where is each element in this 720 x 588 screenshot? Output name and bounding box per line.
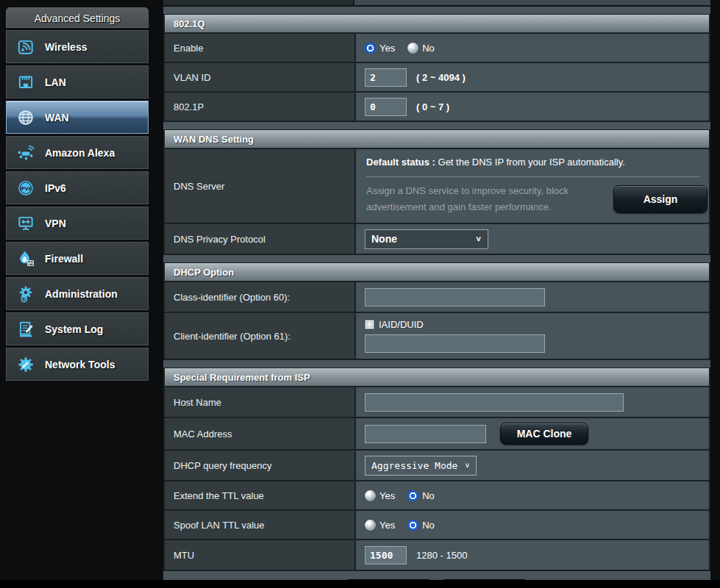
host-name-value-cell	[356, 387, 709, 417]
mtu-row: MTU 1280 - 1500	[165, 540, 709, 570]
mac-address-label: MAC Address	[165, 418, 356, 449]
sidebar-item-label: Firewall	[45, 253, 83, 265]
sidebar-item-label: Network Tools	[45, 359, 115, 370]
spoof-lan-ttl-value-cell: Yes No	[356, 511, 709, 539]
sidebar-item-amazon-alexa[interactable]: Amazon Alexa	[6, 136, 149, 169]
spoof-lan-ttl-row: Spoof LAN TTL value Yes No	[165, 511, 709, 540]
dns-default-status-text: Get the DNS IP from your ISP automatical…	[435, 157, 625, 168]
sidebar-item-ipv6[interactable]: IPV6 IPv6	[6, 171, 149, 204]
extend-ttl-yes-radio[interactable]	[365, 490, 376, 501]
mac-address-row: MAC Address MAC Clone	[165, 418, 709, 451]
panel-wan-dns: WAN DNS Setting DNS Server Default statu…	[163, 129, 710, 255]
8021p-range-hint: ( 0 ~ 7 )	[416, 101, 449, 112]
dns-privacy-selected-value: None	[371, 233, 397, 245]
previous-table-partial-row	[163, 0, 710, 7]
panel-dhcp-option: DHCP Option Class-identifier (Option 60)…	[163, 262, 710, 360]
dns-privacy-value-cell: None ∨	[356, 224, 709, 254]
dns-privacy-select[interactable]: None ∨	[365, 229, 488, 249]
ipv6-icon: IPV6	[14, 179, 38, 198]
8021p-input[interactable]	[365, 98, 407, 116]
sidebar-item-label: IPv6	[45, 182, 66, 194]
dns-server-row: DNS Server Default status : Get the DNS …	[165, 149, 709, 224]
vlan-id-input[interactable]	[365, 68, 407, 87]
mac-clone-button[interactable]: MAC Clone	[500, 423, 588, 445]
bottom-black-strip	[0, 580, 720, 588]
dns-server-value-cell: Default status : Get the DNS IP from you…	[356, 149, 709, 223]
dhcp-query-frequency-value-cell: Aggressive Mode ∨	[356, 451, 709, 480]
spoof-lan-ttl-no-radio[interactable]	[407, 520, 418, 531]
8021p-label: 802.1P	[165, 93, 356, 121]
mac-address-value-cell: MAC Clone	[356, 418, 709, 449]
8021p-row: 802.1P ( 0 ~ 7 )	[165, 93, 709, 121]
extend-ttl-yes-label: Yes	[379, 490, 395, 501]
enable-value-cell: Yes No	[356, 34, 709, 62]
extend-ttl-no-radio[interactable]	[407, 490, 418, 501]
spoof-lan-ttl-yes-label: Yes	[379, 520, 395, 531]
client-identifier-input[interactable]	[365, 334, 545, 353]
dns-default-status: Default status : Get the DNS IP from you…	[366, 157, 707, 168]
sidebar-menu: Wireless LAN WAN	[6, 30, 149, 381]
dhcp-query-frequency-select[interactable]: Aggressive Mode ∨	[365, 456, 477, 476]
mtu-value-cell: 1280 - 1500	[356, 540, 709, 570]
sidebar-item-wireless[interactable]: Wireless	[6, 30, 149, 63]
host-name-input[interactable]	[365, 393, 624, 412]
sidebar-item-system-log[interactable]: System Log	[6, 312, 149, 345]
sidebar-title: Advanced Settings	[6, 7, 149, 28]
enable-yes-label: Yes	[379, 43, 395, 54]
iaid-duid-checkbox[interactable]	[365, 320, 374, 329]
panel-8021q: 802.1Q Enable Yes No VLAN ID ( 2 ~ 4094 …	[163, 14, 710, 122]
mtu-range-hint: 1280 - 1500	[416, 550, 467, 561]
sidebar-item-label: Amazon Alexa	[45, 147, 115, 159]
iaid-duid-label: IAID/DUID	[379, 319, 424, 330]
mtu-input[interactable]	[365, 546, 407, 564]
firewall-icon	[14, 249, 38, 268]
host-name-row: Host Name	[165, 387, 709, 418]
client-identifier-label: Client-identifier (Option 61):	[165, 313, 356, 359]
sidebar-item-wan[interactable]: WAN	[6, 101, 149, 134]
client-identifier-value-cell: IAID/DUID	[356, 313, 709, 359]
sidebar-item-label: Wireless	[45, 41, 87, 53]
enable-row: Enable Yes No	[165, 34, 709, 63]
chevron-down-icon: ∨	[475, 234, 482, 243]
enable-yes-radio[interactable]	[365, 43, 376, 54]
panel-8021q-header: 802.1Q	[165, 15, 709, 34]
panel-wan-dns-header: WAN DNS Setting	[165, 130, 709, 149]
mtu-label: MTU	[165, 540, 356, 570]
class-identifier-input[interactable]	[365, 288, 545, 306]
spoof-lan-ttl-yes-radio[interactable]	[365, 520, 376, 531]
sidebar-item-firewall[interactable]: Firewall	[6, 242, 149, 275]
spoof-lan-ttl-label: Spoof LAN TTL value	[165, 511, 356, 539]
partial-value-cell	[354, 0, 710, 5]
chevron-down-icon: ∨	[465, 461, 470, 469]
dns-assign-area: Assign a DNS service to improve security…	[366, 183, 707, 215]
extend-ttl-row: Extend the TTL value Yes No	[165, 481, 709, 511]
panel-isp-header: Special Requirement from ISP	[165, 368, 709, 387]
spoof-lan-ttl-no-label: No	[422, 520, 435, 531]
vlan-id-range-hint: ( 2 ~ 4094 )	[416, 72, 466, 83]
dns-divider	[366, 176, 700, 177]
class-identifier-value-cell	[356, 282, 709, 312]
sidebar-item-label: VPN	[45, 218, 66, 229]
extend-ttl-no-label: No	[422, 490, 435, 501]
sidebar-item-label: Administration	[45, 288, 118, 300]
extend-ttl-label: Extend the TTL value	[165, 481, 356, 509]
sidebar-item-administration[interactable]: Administration	[6, 277, 149, 310]
mac-address-input[interactable]	[365, 425, 486, 443]
enable-no-radio[interactable]	[407, 43, 418, 54]
sidebar: Advanced Settings Wireless	[6, 7, 149, 383]
extend-ttl-value-cell: Yes No	[356, 481, 709, 509]
dns-default-status-bold: Default status :	[366, 157, 435, 168]
vpn-icon	[14, 214, 38, 233]
sidebar-item-lan[interactable]: LAN	[6, 65, 149, 98]
sidebar-item-network-tools[interactable]: Network Tools	[6, 348, 149, 381]
sidebar-item-label: LAN	[45, 76, 66, 88]
dhcp-query-frequency-row: DHCP query frequency Aggressive Mode ∨	[165, 451, 709, 481]
dns-privacy-label: DNS Privacy Protocol	[165, 224, 356, 254]
vlan-id-value-cell: ( 2 ~ 4094 )	[356, 63, 709, 91]
administration-gear-icon	[14, 284, 38, 304]
sidebar-item-vpn[interactable]: VPN	[6, 207, 149, 240]
wireless-icon	[14, 37, 38, 57]
panel-isp-requirements: Special Requirement from ISP Host Name M…	[163, 368, 710, 571]
iaid-duid-option: IAID/DUID	[365, 319, 424, 330]
assign-button[interactable]: Assign	[613, 185, 707, 213]
